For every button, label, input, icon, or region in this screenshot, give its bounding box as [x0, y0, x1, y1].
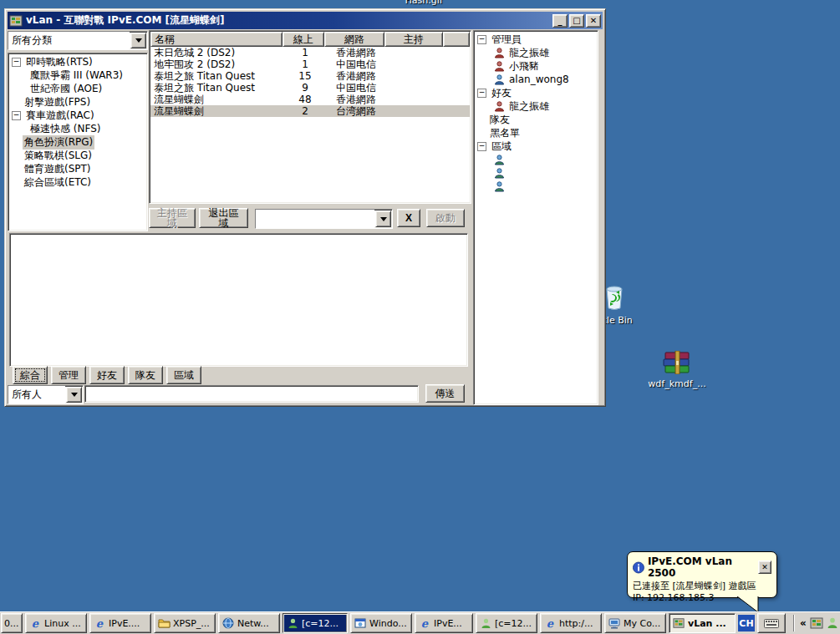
taskbar-button[interactable]: eIPvE.... [89, 613, 151, 633]
launch-button[interactable]: 啟動 [426, 209, 465, 227]
tab-general[interactable]: 綜合 [13, 366, 48, 384]
tree-item-fps[interactable]: 射擊遊戲(FPS) [8, 95, 147, 109]
desktop-icon-partial[interactable]: Hash.gif [386, 0, 461, 7]
leave-zone-button[interactable]: 退出區域 [199, 208, 248, 228]
user-tree[interactable]: 管理員 龍之振雄 小飛豬 alan_wong8 好友 龍之振雄 隊友 黑名單 區… [473, 30, 598, 405]
tree-item-admins[interactable]: 管理員 [474, 33, 598, 46]
taskbar-button[interactable]: XPSP_... [154, 613, 216, 633]
folder-icon [157, 616, 171, 630]
taskbar-button-label: [c=12... [302, 618, 339, 629]
tree-item-blacklist[interactable]: 黑名單 [474, 126, 598, 139]
user-item[interactable]: 龍之振雄 [474, 46, 598, 59]
app-icon [9, 14, 23, 28]
taskbar-button-active[interactable]: vLan ... [669, 613, 736, 633]
send-button[interactable]: 傳送 [425, 384, 465, 403]
person-blue-icon [494, 181, 505, 192]
tree-item-nfs[interactable]: 極速快感 (NFS) [8, 122, 147, 135]
user-item[interactable]: alan_wong8 [474, 73, 598, 86]
maximize-button[interactable]: □ [569, 14, 584, 28]
chat-log[interactable] [9, 233, 468, 367]
chat-target-arrow[interactable] [66, 387, 82, 403]
minimize-button[interactable]: _ [552, 14, 568, 28]
category-combobox-arrow[interactable] [130, 33, 146, 48]
tree-item-rts[interactable]: 即時戰略(RTS) [8, 55, 147, 68]
room-row[interactable]: 末日危城 2 (DS2)1香港網路 [150, 47, 470, 58]
collapse-icon[interactable] [12, 111, 21, 120]
system-tray: « 11:32 [788, 614, 840, 632]
messenger-person-icon [286, 616, 299, 630]
user-item[interactable]: 小飛豬 [474, 59, 598, 73]
room-list-header[interactable]: 名稱 線上 網路 主持 [150, 32, 470, 47]
room-combobox-arrow[interactable] [375, 210, 391, 227]
taskbar-button[interactable]: eLinux ... [25, 613, 87, 633]
room-row[interactable]: 泰坦之旅 Titan Quest9中国电信 [150, 82, 470, 94]
taskbar-button[interactable]: eIPvE... [415, 613, 473, 633]
taskbar-button[interactable]: ehttp:/... [540, 613, 602, 633]
category-combobox-value: 所有分類 [8, 32, 130, 49]
column-host[interactable]: 主持 [384, 32, 443, 47]
room-list[interactable]: 名稱 線上 網路 主持 末日危城 2 (DS2)1香港網路 地牢围攻 2 (DS… [149, 30, 471, 204]
tree-item-etc[interactable]: 綜合區域(ETC) [8, 175, 147, 189]
column-online[interactable]: 線上 [283, 32, 324, 47]
info-icon [633, 561, 644, 574]
language-indicator[interactable]: CH [738, 615, 755, 631]
tree-item-spt[interactable]: 體育遊戲(SPT) [8, 162, 147, 175]
tab-teammates[interactable]: 隊友 [128, 366, 163, 384]
room-row-selected[interactable]: 流星蝴蝶劍2台湾網路 [150, 105, 470, 117]
taskbar-button-highlighted[interactable]: [c=12... [283, 613, 348, 633]
chevron-down-icon [135, 38, 142, 43]
user-item[interactable]: 龍之振雄 [474, 99, 598, 113]
balloon-close-button[interactable]: ✕ [758, 560, 771, 574]
taskbar-button[interactable]: [c=12... [476, 613, 537, 633]
collapse-icon[interactable] [477, 142, 486, 151]
tree-item-rpg[interactable]: 角色扮演(RPG) [8, 135, 147, 149]
tree-item-slg[interactable]: 策略戰棋(SLG) [8, 149, 147, 162]
room-row[interactable]: 地牢围攻 2 (DS2)1中国电信 [150, 58, 470, 70]
title-bar[interactable]: vLan - 互聯對戰 IPvE.COM [流星蝴蝶剑] _ □ ✕ [8, 12, 603, 29]
tab-admin[interactable]: 管理 [51, 366, 86, 384]
category-combobox[interactable]: 所有分類 [8, 31, 148, 50]
host-zone-button[interactable]: 主持區域 [149, 208, 196, 228]
chat-input[interactable] [84, 385, 419, 403]
room-combobox[interactable] [255, 209, 393, 229]
tree-item-teammates[interactable]: 隊友 [474, 113, 598, 126]
column-extra[interactable] [443, 32, 470, 47]
tree-item-zone[interactable]: 區域 [474, 139, 598, 153]
tree-item-friends[interactable]: 好友 [474, 86, 598, 99]
collapse-icon[interactable] [477, 35, 486, 44]
ie-icon: e [418, 616, 431, 630]
chat-target-combobox[interactable]: 所有人 [8, 385, 84, 404]
tray-chevron-button[interactable]: « [800, 617, 807, 629]
vlan-tray-icon[interactable] [810, 616, 823, 630]
user-item[interactable] [474, 180, 598, 193]
collapse-icon[interactable] [477, 89, 486, 98]
tree-item-aoe[interactable]: 世紀帝國 (AOE) [8, 82, 147, 95]
desktop: Hash.gif ycle Bin wdf_kmdf_... [0, 0, 840, 634]
messenger-tray-icon[interactable] [827, 617, 838, 629]
close-button[interactable]: ✕ [586, 14, 601, 28]
notification-balloon: IPvE.COM vLan 2500 ✕ 已連接至 [流星蝴蝶剑] 遊戲區 IP… [627, 551, 777, 598]
user-item[interactable] [474, 153, 598, 166]
tree-item-rac[interactable]: 賽車遊戲(RAC) [8, 109, 147, 122]
tab-friends[interactable]: 好友 [89, 366, 125, 384]
archive-file-icon[interactable]: wdf_kmdf_... [648, 351, 706, 389]
balloon-title: IPvE.COM vLan 2500 [648, 555, 755, 579]
clear-button[interactable]: X [397, 209, 420, 227]
room-row[interactable]: 流星蝴蝶劍48香港網路 [150, 94, 470, 105]
keyboard-button[interactable] [757, 613, 786, 633]
taskbar-button[interactable]: Windo... [350, 613, 412, 633]
taskbar-button[interactable]: 0... [1, 613, 23, 633]
room-row[interactable]: 泰坦之旅 Titan Quest15香港網路 [150, 70, 470, 82]
category-tree[interactable]: 即時戰略(RTS) 魔獸爭霸 III (WAR3) 世紀帝國 (AOE) 射擊遊… [8, 53, 148, 231]
taskbar-button-label: Windo... [369, 618, 407, 629]
column-network[interactable]: 網路 [324, 32, 384, 47]
column-name[interactable]: 名稱 [150, 32, 283, 47]
desktop-icon-label: Hash.gif [386, 0, 461, 6]
taskbar-button-label: http:/... [559, 618, 593, 629]
taskbar-button[interactable]: My Co... [604, 613, 666, 633]
user-item[interactable] [474, 166, 598, 180]
tab-zone[interactable]: 區域 [166, 366, 201, 384]
taskbar-button[interactable]: Netw... [218, 613, 280, 633]
collapse-icon[interactable] [12, 58, 21, 67]
tree-item-war3[interactable]: 魔獸爭霸 III (WAR3) [8, 68, 147, 82]
